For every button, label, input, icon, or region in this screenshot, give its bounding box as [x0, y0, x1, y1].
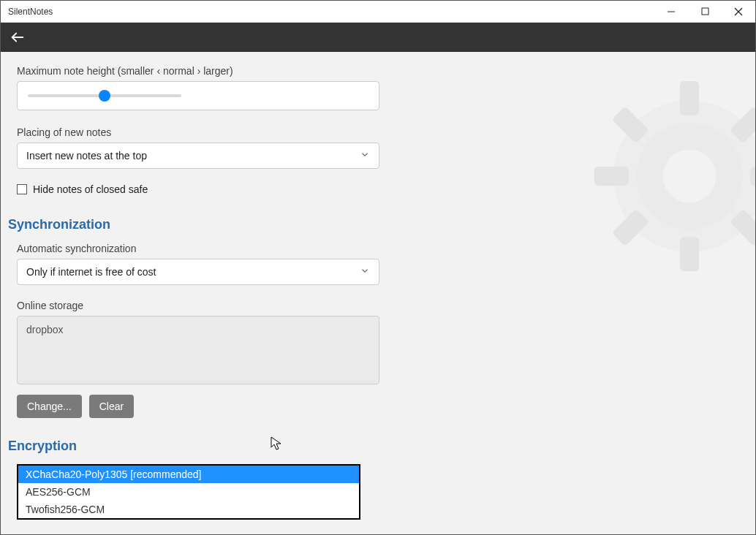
- svg-point-5: [655, 142, 724, 210]
- svg-rect-10: [612, 106, 649, 143]
- hide-safe-checkbox[interactable]: [17, 184, 27, 194]
- clear-button[interactable]: Clear: [89, 395, 134, 418]
- note-height-label: Maximum note height (smaller ‹ normal › …: [17, 65, 379, 77]
- svg-rect-6: [680, 81, 699, 115]
- svg-rect-13: [730, 208, 755, 246]
- hide-safe-row[interactable]: Hide notes of closed safe: [17, 183, 379, 195]
- maximize-button[interactable]: [688, 1, 722, 22]
- svg-rect-12: [612, 208, 649, 246]
- svg-rect-7: [680, 237, 699, 271]
- auto-sync-label: Automatic synchronization: [17, 243, 379, 254]
- svg-rect-11: [730, 106, 755, 143]
- online-storage-box: dropbox: [17, 316, 379, 384]
- slider-track[interactable]: [28, 94, 181, 97]
- window-titlebar: SilentNotes: [1, 1, 755, 23]
- encryption-heading: Encryption: [8, 439, 379, 454]
- encryption-option-3[interactable]: Twofish256-GCM: [18, 501, 359, 518]
- settings-content: Maximum note height (smaller ‹ normal › …: [1, 52, 755, 534]
- online-storage-value: dropbox: [26, 324, 64, 335]
- sync-heading: Synchronization: [8, 217, 379, 232]
- svg-rect-1: [702, 8, 708, 15]
- svg-rect-8: [594, 167, 629, 186]
- encryption-dropdown[interactable]: XChaCha20-Poly1305 [recommended] AES256-…: [17, 464, 360, 520]
- svg-point-15: [663, 150, 717, 203]
- placing-label: Placing of new notes: [17, 126, 379, 138]
- encryption-option-2[interactable]: AES256-GCM: [18, 483, 359, 501]
- slider-thumb[interactable]: [99, 90, 110, 102]
- svg-point-14: [636, 123, 743, 229]
- chevron-down-icon: [360, 150, 370, 162]
- app-toolbar: [1, 23, 755, 52]
- window-controls: [654, 1, 755, 22]
- window-title: SilentNotes: [8, 7, 53, 17]
- auto-sync-value: Only if internet is free of cost: [26, 266, 156, 278]
- placing-value: Insert new notes at the top: [26, 150, 147, 162]
- hide-safe-label: Hide notes of closed safe: [33, 183, 148, 195]
- back-arrow-icon[interactable]: [10, 29, 26, 45]
- note-height-slider[interactable]: [17, 81, 379, 110]
- online-storage-label: Online storage: [17, 300, 379, 311]
- encryption-option-1[interactable]: XChaCha20-Poly1305 [recommended]: [18, 466, 359, 483]
- placing-select[interactable]: Insert new notes at the top: [17, 143, 379, 169]
- change-button[interactable]: Change...: [17, 395, 82, 418]
- close-button[interactable]: [722, 1, 755, 22]
- minimize-button[interactable]: [654, 1, 688, 22]
- svg-rect-9: [750, 167, 755, 186]
- gear-icon: [594, 81, 755, 271]
- auto-sync-select[interactable]: Only if internet is free of cost: [17, 259, 379, 285]
- chevron-down-icon: [360, 266, 370, 278]
